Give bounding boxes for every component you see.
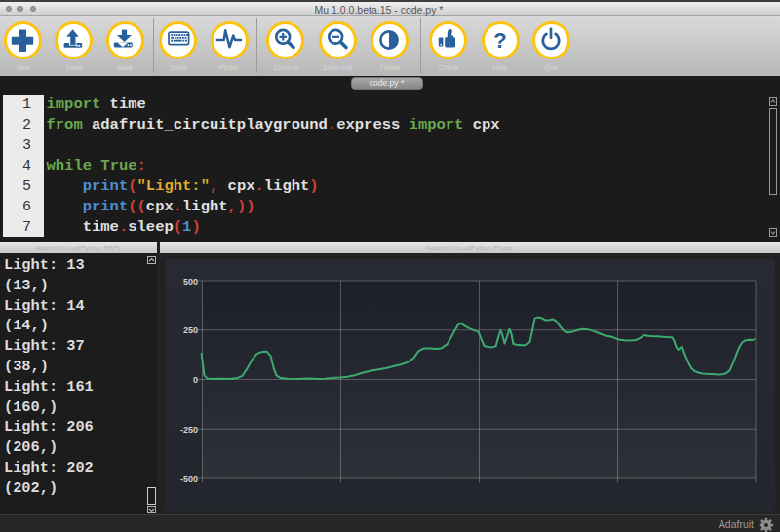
svg-text:?: ? [493,27,506,52]
svg-text:-500: -500 [179,474,197,483]
svg-text:-250: -250 [179,424,197,434]
svg-text:0: 0 [192,375,197,385]
svg-text:500: 500 [182,276,197,285]
svg-text:250: 250 [182,325,197,335]
